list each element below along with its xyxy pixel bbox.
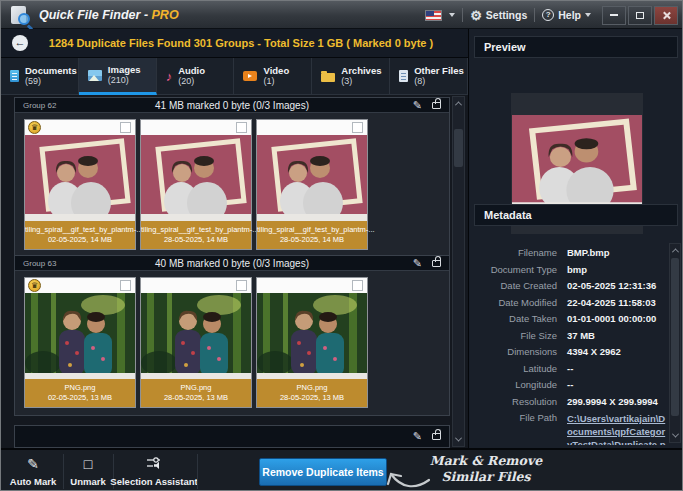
duplicates-list: Group 62 41 MB marked 0 byte (0/3 Images… [1,95,468,448]
thumbnail-image[interactable] [25,135,135,221]
card-header [257,120,367,135]
rename-pencil-icon[interactable]: ✎ [413,100,422,111]
metadata-row: FilenameBMP.bmp [475,247,667,258]
metadata-scrollbar[interactable] [669,243,681,443]
preview-header: Preview [474,36,678,58]
item-checkbox[interactable] [352,122,363,133]
tab-label: Other Files [414,65,464,76]
other-files-icon [399,70,408,82]
metadata-row: Dimensions4394 X 2962 [475,346,667,357]
lock-icon[interactable] [432,433,441,440]
duplicate-item-card[interactable]: PNG.png 28-05-2025, 13 MB [256,277,368,408]
thumbnail-image[interactable] [257,135,367,221]
meta-label: Date Taken [475,313,567,324]
right-panel: Preview Metadata FilenameBMP.bmp Documen… [468,29,683,448]
meta-label: Longitude [475,379,567,390]
metadata-row: Date Taken01-01-0001 00:00:00 [475,313,667,324]
rename-pencil-icon[interactable]: ✎ [413,431,422,442]
meta-value: -- [567,363,573,374]
group-summary: 41 MB marked 0 byte (0/3 Images) [103,100,361,111]
duplicate-item-card[interactable]: PNG.png 28-05-2025, 13 MB [140,277,252,408]
tab-images[interactable]: Images(210) [79,58,157,95]
app-window: Quick File Finder - PRO ⚙ Settings ? Hel… [0,0,683,491]
group-name: Group 62 [23,101,103,110]
item-filename: tiling_spiral__gif_test_by_plantm-... [141,225,251,235]
metadata-scrollbar-thumb[interactable] [671,258,679,416]
rename-pencil-icon[interactable]: ✎ [413,258,422,269]
duplicate-item-card[interactable]: ♛ PNG.png 02-05-2025, 13 MB [24,277,136,408]
annotation-note: Mark & Remove Similar Files [426,453,546,485]
language-flag-icon[interactable] [425,10,442,21]
divider [63,454,64,489]
thumbnail-image[interactable] [257,293,367,379]
item-checkbox[interactable] [120,122,131,133]
metadata-row: File Size37 MB [475,330,667,341]
group-header: Group 63 40 MB marked 0 byte (0/3 Images… [15,256,449,271]
unmark-button[interactable]: □ Unmark [65,454,111,489]
item-caption: PNG.png 02-05-2025, 13 MB [25,379,135,407]
thumbnail-image[interactable] [141,135,251,221]
meta-value: 22-04-2025 11:58:03 [567,297,656,308]
close-button[interactable] [654,6,678,25]
help-button[interactable]: ? Help [542,9,591,21]
item-checkbox[interactable] [236,122,247,133]
meta-value: 01-01-0001 00:00:00 [567,313,656,324]
metadata-row: Latitude-- [475,363,667,374]
meta-label: Date Modified [475,297,567,308]
lock-icon[interactable] [432,260,441,267]
item-filename: tiling_spiral__gif_test_by_plantm-... [257,225,367,235]
lock-icon[interactable] [432,102,441,109]
item-caption: tiling_spiral__gif_test_by_plantm-... 28… [141,221,251,249]
duplicate-item-card[interactable]: tiling_spiral__gif_test_by_plantm-... 28… [140,119,252,250]
item-checkbox[interactable] [120,280,131,291]
tab-video[interactable]: Video(1) [234,58,312,95]
minimize-button[interactable] [602,6,626,25]
maximize-button[interactable] [628,6,652,25]
tab-audio[interactable]: ♪ Audio(20) [157,58,235,95]
list-scrollbar-thumb[interactable] [454,129,463,167]
item-checkbox[interactable] [236,280,247,291]
language-dropdown-caret-icon[interactable] [449,13,455,17]
scroll-up-icon[interactable] [670,244,680,257]
scroll-up-icon[interactable] [453,97,464,110]
documents-icon [10,70,19,82]
scroll-down-icon[interactable] [453,433,464,446]
tab-count: (3) [341,76,381,87]
results-summary: 1284 Duplicate Files Found 301 Groups - … [28,37,468,49]
item-info: 02-05-2025, 13 MB [25,393,135,403]
settings-button[interactable]: ⚙ Settings [470,9,527,22]
meta-label: Document Type [475,264,567,275]
meta-label: File Path [475,412,567,445]
tab-archives[interactable]: Archives(3) [312,58,390,95]
tab-documents[interactable]: Documents(59) [1,58,79,95]
thumbnail-image[interactable] [25,293,135,379]
help-dropdown-caret-icon [585,13,591,17]
tab-count: (210) [108,75,141,86]
selection-assistant-button[interactable]: Selection Assistant [113,454,195,489]
meta-label: Filename [475,247,567,258]
divider [462,8,463,22]
tab-count: (59) [25,76,77,87]
metadata-header: Metadata [474,204,678,226]
help-icon: ? [542,9,554,21]
unmark-label: Unmark [70,476,105,487]
remove-duplicate-items-button[interactable]: Remove Duplicate Items [259,458,387,486]
list-scrollbar[interactable] [452,96,465,447]
file-path-link[interactable]: C:\Users\vartikajain\Documents\qpfCatego… [567,412,667,445]
back-button[interactable]: ← [12,35,28,51]
item-caption: tiling_spiral__gif_test_by_plantm-... 02… [25,221,135,249]
scroll-down-icon[interactable] [670,429,680,442]
metadata-row: Date Created02-05-2025 12:31:36 [475,280,667,291]
duplicate-item-card[interactable]: ♛ tiling_spiral__gif_test_by_plantm-... … [24,119,136,250]
tab-other-files[interactable]: Other Files(8) [390,58,468,95]
item-caption: PNG.png 28-05-2025, 13 MB [141,379,251,407]
duplicate-item-card[interactable]: tiling_spiral__gif_test_by_plantm-... 28… [256,119,368,250]
item-checkbox[interactable] [352,280,363,291]
item-filename: PNG.png [25,383,135,393]
thumbnail-image[interactable] [141,293,251,379]
close-icon [662,11,671,20]
meta-label: Resolution [475,396,567,407]
duplicate-group-62: Group 62 41 MB marked 0 byte (0/3 Images… [14,97,450,258]
item-info: 28-05-2025, 13 MB [257,393,367,403]
auto-mark-button[interactable]: ✎ Auto Mark [9,454,57,489]
